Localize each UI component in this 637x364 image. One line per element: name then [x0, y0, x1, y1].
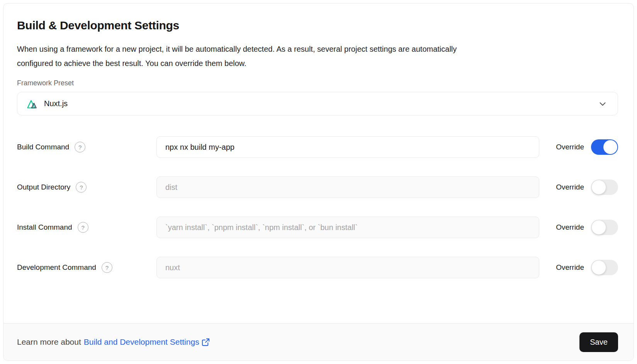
- build-command-label: Build Command: [17, 143, 69, 151]
- override-label: Override: [556, 263, 584, 272]
- page-title: Build & Development Settings: [17, 19, 618, 32]
- toggle-knob: [591, 180, 606, 195]
- install-command-override-toggle[interactable]: [591, 220, 618, 235]
- toggle-knob: [591, 220, 606, 235]
- override-label: Override: [556, 223, 584, 232]
- help-icon[interactable]: ?: [76, 182, 87, 193]
- learn-more-prefix: Learn more about: [17, 337, 81, 347]
- save-button[interactable]: Save: [579, 332, 618, 352]
- output-directory-label: Output Directory: [17, 183, 70, 191]
- install-command-row: Install Command ? Override: [17, 217, 618, 238]
- help-icon[interactable]: ?: [102, 262, 112, 273]
- build-command-override-toggle[interactable]: [591, 139, 618, 155]
- development-command-label: Development Command: [17, 263, 96, 272]
- build-command-row: Build Command ? Override: [17, 136, 618, 158]
- install-command-label: Install Command: [17, 223, 72, 232]
- output-directory-input[interactable]: [156, 176, 539, 198]
- external-link-icon: [201, 338, 210, 347]
- development-command-input[interactable]: [156, 257, 539, 278]
- output-directory-override-toggle[interactable]: [591, 179, 618, 195]
- build-command-input[interactable]: [156, 136, 539, 158]
- install-command-input[interactable]: [156, 217, 539, 238]
- toggle-knob: [591, 260, 606, 275]
- card-body: Build & Development Settings When using …: [3, 3, 634, 297]
- card-footer: Learn more about Build and Development S…: [3, 323, 634, 361]
- learn-more-link[interactable]: Build and Development Settings: [84, 337, 210, 347]
- row-label: Output Directory ?: [17, 182, 156, 193]
- toggle-knob: [603, 140, 617, 154]
- framework-preset-value: Nuxt.js: [44, 99, 68, 108]
- output-directory-row: Output Directory ? Override: [17, 176, 618, 198]
- framework-preset-selected: Nuxt.js: [27, 98, 68, 109]
- row-label: Development Command ?: [17, 262, 156, 273]
- help-icon[interactable]: ?: [78, 222, 88, 233]
- row-label: Install Command ?: [17, 222, 156, 233]
- settings-rows: Build Command ? Override Output Director…: [17, 136, 618, 278]
- description-line-2: configured to achieve the best result. Y…: [17, 56, 618, 71]
- development-command-override-toggle[interactable]: [591, 260, 618, 275]
- override-label: Override: [556, 143, 584, 151]
- build-settings-card: Build & Development Settings When using …: [3, 3, 634, 361]
- framework-preset-select[interactable]: Nuxt.js: [17, 92, 618, 115]
- framework-preset-label: Framework Preset: [17, 79, 618, 87]
- override-label: Override: [556, 183, 584, 191]
- nuxt-logo-icon: [27, 98, 39, 109]
- learn-more-text: Learn more about Build and Development S…: [17, 337, 210, 347]
- row-label: Build Command ?: [17, 142, 156, 152]
- development-command-row: Development Command ? Override: [17, 257, 618, 278]
- section-description: When using a framework for a new project…: [17, 42, 618, 71]
- learn-more-link-label: Build and Development Settings: [84, 337, 199, 347]
- chevron-down-icon: [598, 99, 608, 109]
- help-icon[interactable]: ?: [75, 142, 85, 152]
- description-line-1: When using a framework for a new project…: [17, 42, 618, 56]
